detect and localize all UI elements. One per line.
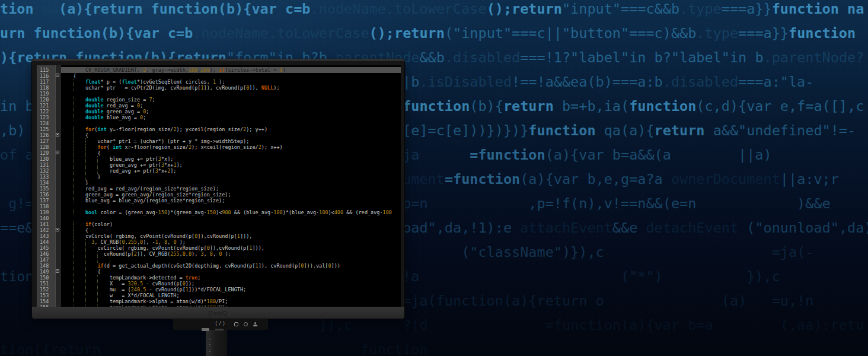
code-line: 149 { [37,269,401,275]
fold-column [55,198,61,204]
code-line: 150 tempLandmark->detected = true; [37,275,401,281]
fold-column [55,79,61,85]
code-text [61,257,401,263]
fold-column [55,103,61,109]
stand-vent-dots [209,339,210,356]
code-text: for(int y=-floor(region_size/2); y<ceil(… [61,126,401,132]
fold-marker-icon [56,151,59,154]
code-text: green_avg = green_avg/(region_size*regio… [61,192,401,198]
line-number: 152 [37,287,55,293]
code-text: uchar* ptr1 = (uchar*) (ptr + y * img->w… [61,138,401,144]
code-text: cvRound(p[2]), CV_RGB(255,0,0), 3, 8, 0 … [61,251,401,257]
code-line: 126 { [37,132,401,138]
code-editor: 115 CV_HOUGH_GRADIENT, 2, gray->width,10… [37,65,401,308]
line-number: 122 [37,109,55,115]
code-line: 140 [37,215,401,221]
code-text: } [61,180,401,186]
code-line: 148 if(d = get_actual_depth(cvGet2D(dept… [37,263,401,269]
fold-marker-icon [56,228,59,231]
fold-column [55,227,61,233]
code-text: uchar* ptr = cvPtr2D(img, cvRound(p[1]),… [61,85,401,91]
code-text: CV_HOUGH_GRADIENT, 2, gray->width,100,20… [61,67,401,73]
line-number: 149 [37,269,55,275]
code-line: 121 double red_avg = 0; [37,103,401,109]
line-number: 119 [37,91,55,97]
code-text [61,204,401,209]
line-number: 125 [37,126,55,132]
code-text: cvCircle( rgbimg, cvPoint(cvRound(p[0]),… [61,245,401,251]
line-number: 138 [37,204,55,209]
fold-column [55,168,61,174]
line-number: 147 [37,257,55,263]
fold-column [55,204,61,209]
line-number: 148 [37,263,55,269]
fold-column [55,263,61,269]
code-line: 119 [37,91,401,97]
line-number: 128 [37,144,55,150]
fold-column [55,126,61,132]
line-number: 142 [37,227,55,233]
line-number: 136 [37,192,55,198]
code-text: tempLandmark->alpha = atan(w/d)*180/PI; [61,298,401,304]
fold-column [55,144,61,150]
code-text: double green_avg = 0; [61,109,401,115]
code-text: } [61,174,401,180]
code-line: 117 float* p = (float*)cvGetSeqElem( cir… [37,79,401,85]
line-number: 133 [37,174,55,180]
code-text: if(color) [61,221,401,227]
line-number: 131 [37,162,55,168]
fold-column [55,180,61,186]
fold-column [55,251,61,257]
fold-column [55,115,61,120]
fold-column [55,293,61,298]
line-number: 153 [37,293,55,298]
fold-column [55,174,61,180]
line-number: 123 [37,115,55,120]
fold-column [55,245,61,251]
code-line: 131 green_avg += ptr[3*x+1]; [37,162,401,168]
code-line: 146 cvRound(p[2]), CV_RGB(255,0,0), 3, 8… [37,251,401,257]
fold-marker-icon [56,133,59,136]
code-text: blue_avg = blue_avg/(region_size*region_… [61,198,401,204]
code-line: 137 blue_avg = blue_avg/(region_size*reg… [37,198,401,204]
line-number: 154 [37,298,55,304]
line-number: 117 [37,79,55,85]
square-icon [234,322,238,326]
code-text: { [61,227,401,233]
line-number: 143 [37,233,55,239]
line-number: 127 [37,138,55,144]
code-line: 147 [37,257,401,263]
code-text: 3, CV_RGB(0,255,0), -1, 8, 0 ); [61,239,401,245]
fold-column [55,221,61,227]
code-text: if(d = get_actual_depth(cvGet2D(depthimg… [61,263,401,269]
line-number: 151 [37,281,55,287]
fold-marker-icon [56,269,59,273]
monitor-bezel: BenQ [32,307,404,319]
code-line: 139 bool color = (green_avg-150)*(green_… [37,209,401,215]
code-text: { [61,73,401,79]
code-line: 132 red_avg += ptr[3*x+2]; [37,168,401,174]
code-line: 127 uchar* ptr1 = (uchar*) (ptr + y * im… [37,138,401,144]
line-number: 139 [37,209,55,215]
line-number: 145 [37,245,55,251]
fold-column [55,85,61,91]
code-text [61,120,401,126]
code-line: 143 cvCircle( rgbimg, cvPoint(cvRound(p[… [37,233,401,239]
monitor-stand [206,330,227,356]
line-number: 130 [37,156,55,162]
line-number: 116 [37,73,55,79]
line-number: 120 [37,97,55,103]
fold-column [55,298,61,304]
monitor: 115 CV_HOUGH_GRADIENT, 2, gray->width,10… [32,59,404,319]
fold-column [55,138,61,144]
code-line: 153 w = X*d/FOCAL_LENGTH; [37,293,401,298]
code-line: 154 tempLandmark->alpha = atan(w/d)*180/… [37,298,401,304]
code-text: mu = (240.5 - cvRound(p[1]))*d/FOCAL_LEN… [61,287,401,293]
code-line: 152 mu = (240.5 - cvRound(p[1]))*d/FOCAL… [37,287,401,293]
line-number: 134 [37,180,55,186]
code-line: 116 { [37,73,401,79]
code-line: 118 uchar* ptr = cvPtr2D(img, cvRound(p[… [37,85,401,91]
code-line: 151 X = 320.5 - cvRound(p[0]); [37,281,401,287]
code-text: cvCircle( rgbimg, cvPoint(cvRound(p[0]),… [61,233,401,239]
fold-column [55,120,61,126]
